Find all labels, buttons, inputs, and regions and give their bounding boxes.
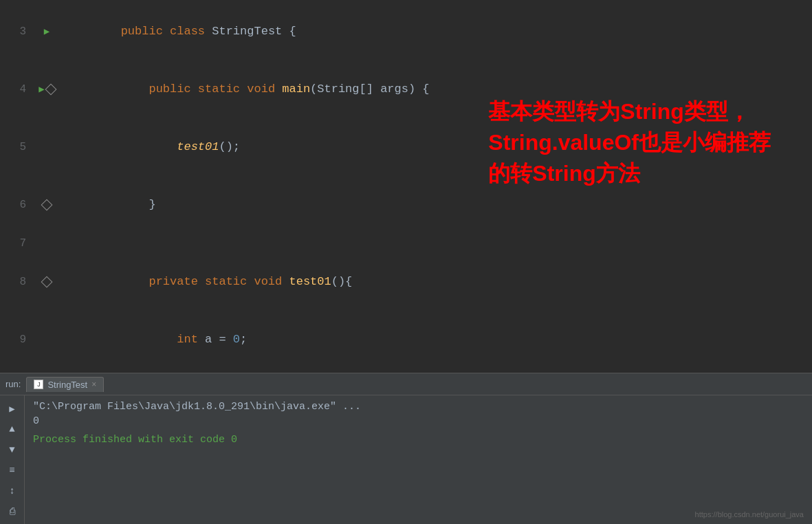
line-number-3: 3 (0, 22, 34, 41)
line-number-6: 6 (0, 195, 34, 215)
console-content: "C:\Program Files\Java\jdk1.8.0_291\bin\… (25, 395, 812, 524)
code-line-8: 8 private static void test01(){ (0, 253, 812, 311)
breakpoint-4[interactable] (45, 84, 56, 96)
scroll-down-button[interactable]: ▼ (5, 442, 20, 457)
console-finish: Process finished with exit code 0 (33, 434, 804, 446)
gutter-6[interactable] (34, 201, 59, 209)
line-number-5: 5 (0, 138, 34, 157)
line-number-4: 4 (0, 80, 34, 99)
console-output: 0 (33, 415, 804, 427)
line-number-8: 8 (0, 272, 34, 292)
line-content-6: } (59, 176, 812, 234)
tab-stringtest[interactable]: J StringTest × (26, 377, 104, 392)
line-content-3: public class StringTest { (59, 3, 812, 61)
console-sidebar: ▶ ▲ ▼ ≡ ↕ ⎙ (0, 395, 25, 524)
console-body: ▶ ▲ ▼ ≡ ↕ ⎙ "C:\Program Files\Java\jdk1.… (0, 395, 812, 524)
code-line-3: 3 ▶ public class StringTest { (0, 3, 812, 61)
watermark: https://blog.csdn.net/guorui_java (695, 510, 804, 518)
sort-button[interactable]: ↕ (5, 483, 20, 499)
print-button[interactable]: ⎙ (5, 504, 20, 519)
tab-label: StringTest (47, 380, 87, 390)
code-line-9: 9 int a = 0; (0, 311, 812, 369)
play-button[interactable]: ▶ (5, 401, 20, 416)
code-editor: 3 ▶ public class StringTest { 4 ▶ public… (0, 0, 812, 373)
line-content-5: test01(); (59, 118, 812, 176)
run-arrow-4[interactable]: ▶ (39, 80, 44, 99)
align-button[interactable]: ≡ (5, 463, 20, 478)
line-content-4: public static void main(String[] args) { (59, 61, 812, 118)
run-arrow-3[interactable]: ▶ (44, 22, 50, 41)
bottom-panel: run: J StringTest × ▶ ▲ ▼ ≡ ↕ ⎙ "C:\Prog… (0, 373, 812, 524)
scroll-up-button[interactable]: ▲ (5, 422, 20, 437)
line-content-10: String b = String.valueOf(a); (59, 369, 812, 373)
gutter-3[interactable]: ▶ (34, 22, 59, 41)
tab-icon: J (34, 380, 43, 389)
code-line-10: 10 String b = String.valueOf(a); (0, 369, 812, 373)
breakpoint-6[interactable] (41, 199, 53, 211)
code-lines: 3 ▶ public class StringTest { 4 ▶ public… (0, 0, 812, 373)
line-number-7: 7 (0, 234, 34, 253)
code-line-4: 4 ▶ public static void main(String[] arg… (0, 61, 812, 118)
gutter-4[interactable]: ▶ (34, 80, 59, 99)
gutter-8[interactable] (34, 278, 59, 286)
tab-close-button[interactable]: × (91, 380, 96, 389)
code-line-7: 7 (0, 234, 812, 253)
breakpoint-8[interactable] (41, 276, 53, 288)
line-content-9: int a = 0; (59, 311, 812, 369)
line-content-8: private static void test01(){ (59, 253, 812, 311)
line-number-9: 9 (0, 330, 34, 349)
console-command: "C:\Program Files\Java\jdk1.8.0_291\bin\… (33, 401, 804, 413)
run-label: run: (6, 379, 21, 389)
code-line-5: 5 test01(); (0, 118, 812, 176)
code-line-6: 6 } (0, 176, 812, 234)
tab-bar: run: J StringTest × (0, 373, 812, 395)
